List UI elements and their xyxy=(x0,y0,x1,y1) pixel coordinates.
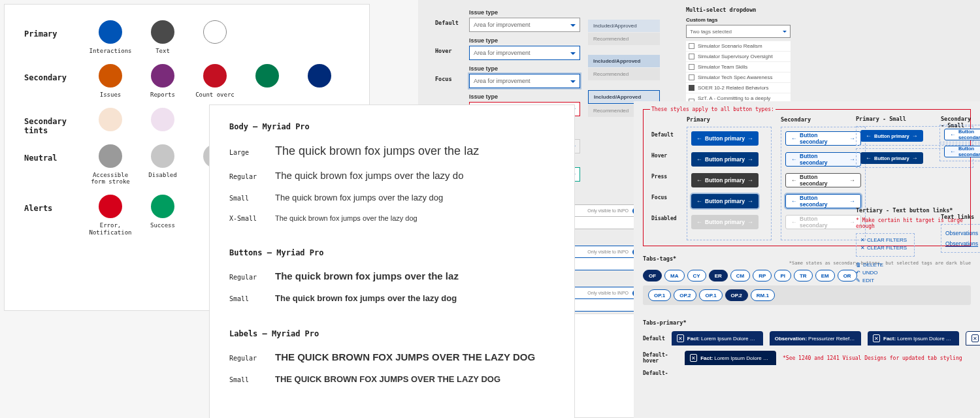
type-sample: The quick brown fox jumps over the lazy … xyxy=(275,214,417,222)
size-label: Regular xyxy=(229,355,275,362)
color-swatch: Issues xyxy=(84,64,137,99)
button-states-note: These styles apply to all button types: xyxy=(650,106,776,112)
type-sample: The quick brown fox jumps over the laz xyxy=(275,270,459,281)
ms-select[interactable]: Two tags selected xyxy=(686,25,791,38)
tag-tr[interactable]: TR xyxy=(794,270,813,281)
button-primary-small[interactable]: ←Button primary→ xyxy=(860,130,923,142)
ms-option[interactable]: Simulator Supervisory Oversight xyxy=(686,51,791,61)
button-secondary-small[interactable]: ←Button secondary xyxy=(944,129,980,140)
undo-link[interactable]: ↶UNDO xyxy=(856,270,973,276)
tag-ma[interactable]: MA xyxy=(664,270,684,281)
side-column: Primary - Small ←Button primary→ ←Button… xyxy=(856,116,973,285)
text-link-hover[interactable]: Observations xyxy=(945,238,980,249)
button-primary[interactable]: ←Button primary→ xyxy=(691,215,759,229)
issue-type-select[interactable]: Area for improvement xyxy=(469,74,580,88)
button-primary[interactable]: ←Button primary→ xyxy=(691,152,759,167)
color-swatch: Success xyxy=(137,195,189,236)
list-item[interactable]: Included/Approved xyxy=(588,20,660,32)
button-primary[interactable]: ←Button primary→ xyxy=(691,131,759,146)
state-label: Default- xyxy=(643,370,678,376)
buttons-heading: Buttons — Myriad Pro xyxy=(229,248,324,257)
ms-option[interactable]: Simulator Tech Spec Awareness xyxy=(686,72,791,82)
size-label: Small xyxy=(229,295,275,302)
button-primary-small-hover[interactable]: ←Button primary→ xyxy=(860,152,923,164)
typography-panel: Body — Myriad Pro Large The quick brown … xyxy=(209,104,575,418)
button-secondary[interactable]: ←Button secondary→ xyxy=(785,131,861,146)
color-row-label: Secondary xyxy=(24,64,84,82)
ms-option[interactable]: SOER 10-2 Related Behaviors xyxy=(686,82,791,93)
issue-type-select[interactable]: Area for improvement xyxy=(469,18,580,32)
button-secondary[interactable]: ←Button secondary→ xyxy=(785,215,861,229)
field-label: Issue type xyxy=(469,9,580,16)
color-swatch: Disabled xyxy=(137,144,189,186)
type-sample: The quick brown fox jumps over the laz xyxy=(275,144,479,158)
ms-option[interactable]: Simulator Scenario Realism xyxy=(686,40,791,51)
visibility-note: Only visible to INPO xyxy=(587,291,629,295)
tag-op-2[interactable]: OP.2 xyxy=(674,289,696,301)
type-sample: The quick brown fox jumps over the lazy … xyxy=(275,193,443,202)
text-link[interactable]: Observations xyxy=(945,228,980,238)
checkbox-icon[interactable] xyxy=(689,85,694,91)
type-sample: The quick brown fox jumps over the lazy … xyxy=(275,293,457,303)
state-label: Default xyxy=(435,9,469,26)
list-item[interactable]: Recommended xyxy=(588,68,660,80)
tag-rp[interactable]: RP xyxy=(753,270,772,281)
color-swatch: Text xyxy=(137,20,189,55)
visibility-note: Only visible to INPO xyxy=(587,249,629,254)
button-secondary-small-hover[interactable]: ←Button secondary xyxy=(944,146,980,157)
tag-cy[interactable]: CY xyxy=(687,270,706,281)
type-sample: THE QUICK BROWN FOX JUMPS OVER THE LAZY … xyxy=(275,351,535,362)
field-label: Issue type xyxy=(469,65,580,72)
color-row-label: Neutral xyxy=(24,144,84,163)
clear-filters-link[interactable]: ✕CLEAR FILTERS xyxy=(860,237,910,243)
color-swatch: Count overc xyxy=(189,64,241,99)
tag-op-1[interactable]: OP.1 xyxy=(699,289,722,301)
labels-heading: Labels — Myriad Pro xyxy=(229,329,319,338)
color-swatch xyxy=(137,108,189,135)
field-label: Issue type xyxy=(469,37,580,44)
primary-tab-outline[interactable]: ✕Fact:Lorem Ipsum Dolore Set… xyxy=(966,331,980,346)
ms-label: Custom tags xyxy=(686,17,791,23)
button-primary[interactable]: ←Button primary→ xyxy=(691,173,759,187)
button-secondary[interactable]: ←Button secondary→ xyxy=(785,194,861,208)
color-swatch: Error, Notification xyxy=(84,195,137,236)
button-secondary[interactable]: ←Button secondary→ xyxy=(785,173,861,187)
checkbox-icon[interactable] xyxy=(689,64,694,70)
primary-tab[interactable]: ✕Fact:Lorem Ipsum Dolore Set… xyxy=(868,331,959,346)
list-item[interactable]: Recommended xyxy=(588,33,660,45)
tag-rm-1[interactable]: RM.1 xyxy=(751,289,775,301)
edit-link[interactable]: ✎EDIT xyxy=(856,278,973,283)
state-label: Hover xyxy=(651,153,677,174)
primary-tab-hover[interactable]: ✕Fact:Lorem Ipsum Dolore Set … xyxy=(685,351,776,365)
checkbox-icon[interactable] xyxy=(689,54,694,59)
list-item-hover[interactable]: Included/Approved xyxy=(588,55,660,67)
size-label: Regular xyxy=(229,274,275,281)
checkbox-icon[interactable] xyxy=(689,74,694,80)
col-head: Secondary xyxy=(781,116,866,123)
size-label: Regular xyxy=(229,173,275,180)
tag-op-2[interactable]: OP.2 xyxy=(725,289,748,301)
state-label: Disabled xyxy=(651,216,677,236)
color-swatch xyxy=(241,64,293,99)
primary-tab[interactable]: Observation:Pressurizer Relief Val… xyxy=(770,331,861,346)
tag-cm[interactable]: CM xyxy=(730,270,750,281)
size-label: X-Small xyxy=(229,215,275,222)
state-label: Default xyxy=(643,336,665,342)
checkbox-icon[interactable] xyxy=(689,43,694,49)
tag-op-1[interactable]: OP.1 xyxy=(648,289,671,301)
state-label: Hover xyxy=(435,37,469,54)
clear-filters-link[interactable]: ✕CLEAR FILTERS xyxy=(860,245,910,251)
tag-er[interactable]: ER xyxy=(709,270,728,281)
tag-em[interactable]: EM xyxy=(815,270,835,281)
issue-type-select[interactable]: Area for improvement xyxy=(469,46,580,60)
tertiary-head: Tertiary - Text button links* xyxy=(856,207,973,214)
state-label: Default xyxy=(651,132,677,153)
primary-tab[interactable]: ✕Fact:Lorem Ipsum Dolore Set … xyxy=(672,331,763,346)
ms-option[interactable]: Simulator Team Skills xyxy=(686,61,791,72)
tag-pi[interactable]: PI xyxy=(774,270,791,281)
tag-of[interactable]: OF xyxy=(643,270,662,281)
tag-or[interactable]: OR xyxy=(838,270,857,281)
delete-link[interactable]: 🗑DELETE xyxy=(856,262,973,268)
button-secondary[interactable]: ←Button secondary→ xyxy=(785,152,861,167)
button-primary[interactable]: ←Button primary→ xyxy=(691,194,759,208)
